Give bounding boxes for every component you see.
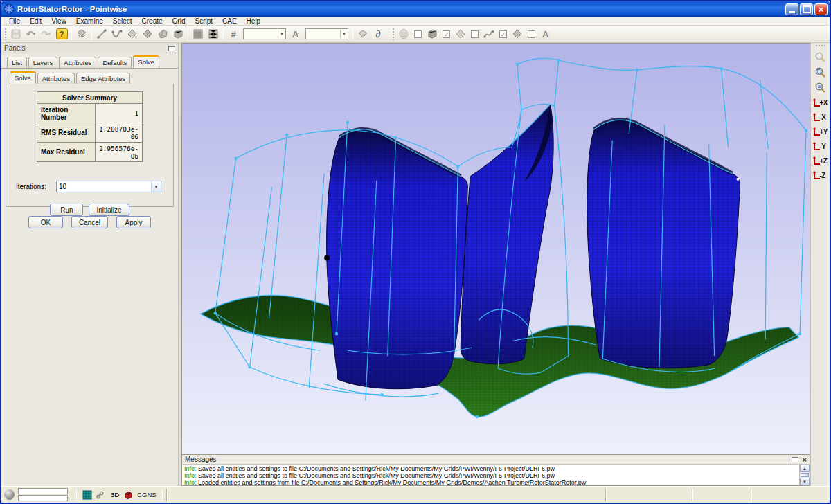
zoom-extents-icon[interactable]: [812, 80, 829, 95]
menu-view[interactable]: View: [46, 17, 71, 25]
show-spacings-icon[interactable]: [510, 27, 525, 42]
blade-left: [327, 129, 468, 389]
show-blocks-icon[interactable]: [425, 27, 440, 42]
tab-attributes[interactable]: Attributes: [59, 57, 96, 68]
create-curve-icon[interactable]: [109, 27, 125, 42]
grid-status-icon: [82, 490, 92, 500]
zoom-box-icon[interactable]: [812, 65, 829, 80]
toolbar-separator: [352, 28, 353, 40]
progress-fields: [18, 488, 68, 501]
zoom-icon[interactable]: [812, 50, 829, 64]
tab-defaults[interactable]: Defaults: [98, 57, 132, 68]
redo-icon[interactable]: ↷▼: [39, 27, 54, 42]
create-block-icon[interactable]: [170, 27, 186, 42]
menu-help[interactable]: Help: [242, 17, 266, 25]
status-separator: [162, 489, 163, 501]
tab-layers[interactable]: Layers: [28, 57, 58, 68]
messages-close-icon[interactable]: ×: [803, 456, 807, 463]
unstructured-grid-icon[interactable]: [206, 27, 221, 42]
tab-list[interactable]: List: [7, 57, 27, 68]
toolbar-separator: [91, 28, 92, 40]
view-plus-y-button[interactable]: +Y: [812, 125, 830, 138]
iterations-combobox[interactable]: 10 ▼: [56, 181, 161, 192]
spacing-combobox[interactable]: ▼: [305, 28, 348, 39]
messages-log: Info: Saved all entities and settings to…: [182, 465, 799, 485]
menu-edit[interactable]: Edit: [25, 17, 46, 25]
save-icon[interactable]: [8, 27, 24, 42]
menu-grid[interactable]: Grid: [168, 17, 190, 25]
create-domain-shaded-icon[interactable]: [140, 27, 155, 42]
messages-float-icon[interactable]: [792, 457, 798, 462]
menu-cae[interactable]: CAE: [217, 17, 242, 25]
close-button[interactable]: ×: [814, 3, 828, 15]
center-column: Messages × Info: Saved all entities and …: [181, 43, 810, 486]
cancel-button[interactable]: Cancel: [71, 216, 108, 228]
subtab-attributes[interactable]: Attributes: [37, 73, 75, 84]
undo-icon[interactable]: ↶▼: [24, 27, 39, 42]
menu-file[interactable]: File: [4, 17, 25, 25]
toolbar-separator: [388, 28, 388, 40]
log-line: Info: Saved all entities and settings to…: [184, 472, 797, 479]
table-row: RMS Residual 1.208703e-06: [37, 123, 142, 143]
view-minus-y-button[interactable]: -Y: [812, 139, 830, 153]
log-line: Info: Loaded entities and settings from …: [184, 479, 797, 485]
scroll-down-icon[interactable]: ▼: [800, 478, 810, 485]
menu-create[interactable]: Create: [137, 17, 168, 25]
view-plus-z-button[interactable]: +Z: [812, 154, 830, 168]
minimize-button[interactable]: [785, 3, 798, 15]
toolbar-grip[interactable]: [4, 28, 7, 40]
spacings-visibility-checkbox[interactable]: [528, 30, 535, 38]
progress-field: [18, 488, 68, 494]
rms-residual-value: 1.208703e-06: [95, 123, 142, 143]
show-database-icon[interactable]: [396, 27, 411, 42]
link-status-icon: [96, 491, 107, 499]
help-icon[interactable]: ?: [54, 27, 69, 42]
chevron-down-icon[interactable]: ▼: [151, 181, 161, 192]
create-unstructured-domain-icon[interactable]: [155, 27, 170, 42]
scroll-thumb[interactable]: [801, 473, 809, 477]
blocks-visibility-checkbox[interactable]: ✓: [443, 30, 450, 38]
create-domain-icon[interactable]: [125, 27, 140, 42]
connectors-visibility-checkbox[interactable]: ✓: [499, 30, 507, 38]
view-minus-x-button[interactable]: -X: [812, 110, 830, 124]
layer-stack-icon[interactable]: [74, 27, 89, 42]
dimension-combobox[interactable]: ▼: [243, 28, 286, 39]
menu-select[interactable]: Select: [108, 17, 137, 25]
partial-derivative-icon[interactable]: ∂: [370, 27, 386, 42]
apply-button[interactable]: Apply: [116, 216, 151, 228]
view-minus-z-button[interactable]: -Z: [812, 168, 830, 182]
menu-script[interactable]: Script: [190, 17, 217, 25]
solve-panel-icon[interactable]: [355, 27, 370, 42]
spacing-icon[interactable]: A°: [288, 27, 303, 42]
run-button[interactable]: Run: [50, 204, 83, 216]
restore-button[interactable]: [800, 3, 813, 15]
scroll-up-icon[interactable]: ▲: [800, 465, 810, 472]
subtab-solve[interactable]: Solve: [10, 71, 36, 84]
ok-button[interactable]: OK: [28, 216, 63, 228]
tab-solve[interactable]: Solve: [133, 55, 159, 68]
menu-examine[interactable]: Examine: [71, 17, 108, 25]
rms-residual-label: RMS Residual: [37, 123, 95, 143]
dimension-icon[interactable]: #: [226, 27, 241, 42]
view-plus-x-button[interactable]: +X: [812, 96, 830, 109]
view-toolbar-grip[interactable]: [815, 44, 826, 48]
turbine-mesh-scene: [182, 44, 810, 454]
dimension-mode-label: 3D: [111, 491, 119, 498]
structured-grid-icon[interactable]: [190, 27, 206, 42]
display-attributes-icon[interactable]: A°: [538, 27, 553, 42]
show-domains-icon[interactable]: [453, 27, 468, 42]
create-connector-icon[interactable]: [94, 27, 109, 42]
database-visibility-checkbox[interactable]: [414, 30, 422, 38]
subtab-edge-attributes[interactable]: Edge Attributes: [76, 73, 130, 84]
show-connectors-icon[interactable]: [481, 27, 497, 42]
3d-viewport[interactable]: [181, 43, 810, 454]
messages-scrollbar[interactable]: ▲ ▼: [799, 465, 810, 485]
initialize-button[interactable]: Initialize: [89, 204, 129, 216]
status-section: [166, 489, 605, 501]
busy-indicator: [4, 489, 15, 500]
panel-float-icon[interactable]: [168, 46, 175, 51]
domains-visibility-checkbox[interactable]: [471, 30, 479, 38]
app-window: RotorStatorRotor - Pointwise × File Edit…: [0, 0, 831, 504]
toolbar-grip[interactable]: [392, 28, 395, 40]
solve-subtab-row: Solve Attributes Edge Attributes: [1, 69, 178, 84]
